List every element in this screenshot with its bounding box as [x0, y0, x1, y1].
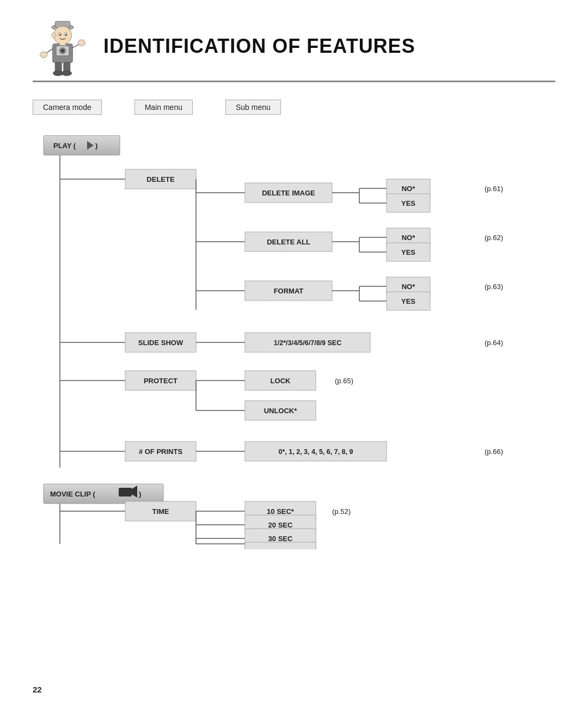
- 20sec-label: 20 SEC: [268, 521, 293, 529]
- slideshow-value-label: 1/2*/3/4/5/6/7/8/9 SEC: [274, 339, 341, 347]
- format-yes-label: YES: [401, 297, 415, 305]
- protect-label: PROTECT: [144, 377, 177, 385]
- delete-image-page: (p.61): [485, 185, 503, 193]
- legend-camera-mode: Camera mode: [33, 100, 102, 115]
- delete-label: DELETE: [146, 175, 175, 183]
- delete-image-label: DELETE IMAGE: [262, 189, 315, 197]
- format-label: FORMAT: [274, 287, 304, 295]
- format-page: (p.63): [485, 283, 503, 291]
- delete-all-no-label: NO*: [402, 234, 416, 242]
- delete-all-yes-label: YES: [401, 248, 415, 256]
- header-divider: [33, 81, 555, 82]
- 10sec-label: 10 SEC*: [267, 507, 295, 516]
- legend-main-menu: Main menu: [134, 100, 193, 115]
- svg-point-11: [61, 49, 64, 52]
- format-no-label: NO*: [402, 283, 416, 291]
- svg-point-7: [52, 33, 56, 38]
- movie-icon-body: [119, 488, 132, 496]
- unlock-label: UNLOCK*: [264, 407, 298, 415]
- delete-image-yes-label: YES: [401, 199, 415, 207]
- movie-clip-mode-label: MOVIE CLIP (: [50, 490, 95, 498]
- prints-value-label: 0*, 1, 2, 3, 4, 5, 6, 7, 8, 9: [279, 448, 353, 456]
- svg-text:): ): [95, 142, 97, 150]
- main-diagram: .lbl { font-family: Arial, sans-serif; f…: [38, 130, 561, 549]
- footer-page-number: 22: [33, 685, 42, 694]
- 30sec-label: 30 SEC: [268, 535, 293, 543]
- manual-label: MANUAL: [265, 548, 296, 549]
- delete-all-label: DELETE ALL: [267, 238, 310, 246]
- mascot-icon: [33, 16, 93, 76]
- time-label: TIME: [152, 507, 169, 516]
- prints-page: (p.66): [485, 447, 503, 456]
- svg-point-2: [54, 26, 72, 44]
- svg-point-16: [78, 40, 85, 46]
- time-page: (p.52): [332, 507, 351, 516]
- slideshow-page: (p.64): [485, 339, 503, 347]
- page-title: IDENTIFICATION OF FEATURES: [103, 35, 415, 58]
- svg-text:): ): [139, 490, 141, 498]
- header: IDENTIFICATION OF FEATURES: [33, 16, 555, 76]
- svg-point-6: [65, 34, 67, 36]
- legend-row: Camera mode Main menu Sub menu: [33, 100, 555, 115]
- svg-point-14: [40, 52, 47, 58]
- svg-point-20: [62, 71, 71, 76]
- slideshow-label: SLIDE SHOW: [138, 339, 183, 347]
- lock-label: LOCK: [271, 377, 291, 385]
- delete-image-no-label: NO*: [402, 185, 416, 193]
- prints-label: # OF PRINTS: [139, 447, 183, 456]
- svg-point-5: [59, 34, 61, 36]
- play-mode-label: PLAY (: [53, 142, 76, 150]
- svg-rect-12: [60, 43, 66, 46]
- legend-sub-menu: Sub menu: [225, 100, 281, 115]
- protect-page: (p.65): [335, 377, 353, 385]
- delete-all-page: (p.62): [485, 234, 503, 242]
